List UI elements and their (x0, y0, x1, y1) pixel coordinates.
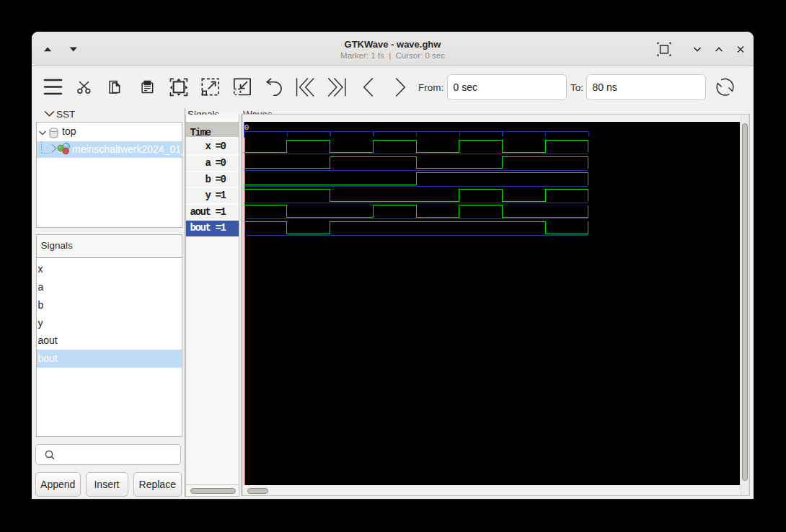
svg-text:0: 0 (244, 123, 249, 132)
